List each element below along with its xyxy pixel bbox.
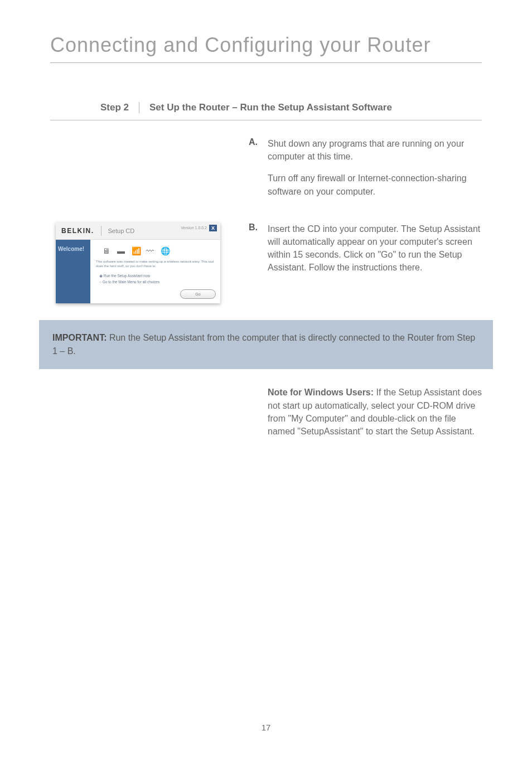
monitor-icon: 🖥 — [103, 246, 114, 255]
radio-run-now[interactable]: ◉ Run the Setup Assistant now — [99, 274, 216, 278]
item-b-text: Insert the CD into your computer. The Se… — [268, 222, 482, 304]
brand-logo: BELKIN. — [61, 227, 94, 235]
close-area: Version 1.0.0.2 X — [181, 225, 217, 231]
important-callout: IMPORTANT: Run the Setup Assistant from … — [39, 320, 493, 369]
item-b-p: Insert the CD into your computer. The Se… — [268, 222, 482, 274]
item-a-letter: A. — [249, 137, 258, 147]
step-header: Step 2 Set Up the Router – Run the Setup… — [50, 102, 482, 120]
description-text: This software was created to make settin… — [96, 260, 216, 269]
divider — [101, 226, 101, 236]
window-titlebar: BELKIN. Setup CD Version 1.0.0.2 X — [56, 222, 220, 240]
device-icons: 🖥 ▬ 📶 〰 🌐 — [103, 246, 216, 255]
window-main: 🖥 ▬ 📶 〰 🌐 This software was created to m… — [90, 240, 220, 304]
item-a-text: Shut down any programs that are running … — [268, 137, 482, 207]
window-title: Setup CD — [108, 227, 135, 234]
setup-cd-window: BELKIN. Setup CD Version 1.0.0.2 X Welco… — [56, 222, 220, 304]
note-label: Note for Windows Users: — [268, 388, 374, 397]
radio-main-menu-label: Go to the Main Menu for all choices — [103, 280, 159, 284]
item-a-p2: Turn off any firewall or Internet-connec… — [268, 172, 482, 197]
page-title: Connecting and Configuring your Router — [50, 33, 482, 63]
modem-icon: 〰 — [146, 246, 157, 255]
item-a-p1: Shut down any programs that are running … — [268, 137, 482, 163]
go-button[interactable]: Go — [180, 289, 216, 299]
important-text: Run the Setup Assistant from the compute… — [52, 333, 475, 356]
router-icon: ▬ — [117, 246, 128, 255]
item-b-letter: B. — [249, 222, 258, 232]
version-label: Version 1.0.0.2 — [181, 226, 207, 230]
close-icon[interactable]: X — [209, 225, 217, 231]
radio-main-menu[interactable]: ○ Go to the Main Menu for all choices — [99, 280, 216, 284]
item-b-row: BELKIN. Setup CD Version 1.0.0.2 X Welco… — [50, 222, 482, 304]
important-label: IMPORTANT: — [52, 333, 107, 342]
globe-icon: 🌐 — [161, 246, 172, 255]
note-row: Note for Windows Users: If the Setup Ass… — [50, 386, 482, 447]
sidebar: Welcome! — [56, 240, 90, 304]
sidebar-welcome: Welcome! — [58, 246, 84, 252]
item-a-row: A. Shut down any programs that are runni… — [50, 137, 482, 207]
wifi-icon: 📶 — [132, 246, 143, 255]
page-number: 17 — [0, 723, 532, 732]
step-label: Step 2 — [100, 102, 139, 113]
radio-run-now-label: Run the Setup Assistant now — [104, 274, 150, 278]
step-title: Set Up the Router – Run the Setup Assist… — [149, 102, 392, 113]
note-text-block: Note for Windows Users: If the Setup Ass… — [268, 386, 482, 447]
